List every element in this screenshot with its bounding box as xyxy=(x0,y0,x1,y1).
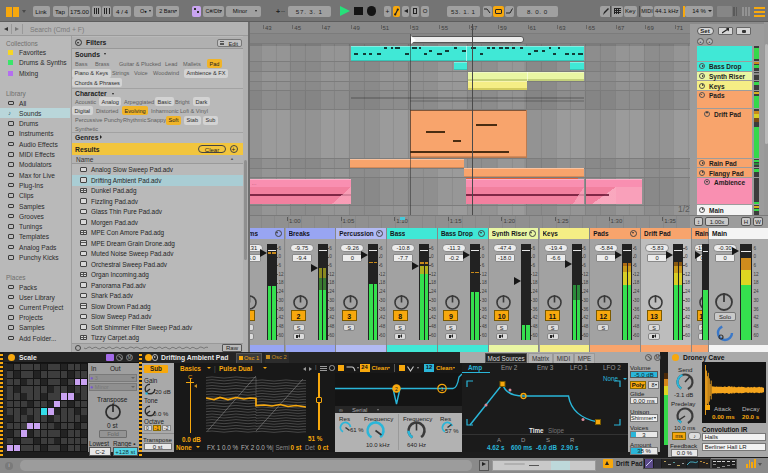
svg-text:2: 2 xyxy=(395,386,398,392)
svg-text:1: 1 xyxy=(440,386,443,392)
